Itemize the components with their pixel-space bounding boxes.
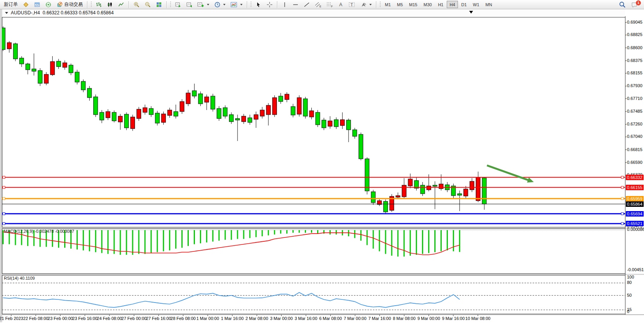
timeframe-m30-button[interactable]: M30 bbox=[421, 1, 434, 8]
chevron-down-icon bbox=[240, 4, 243, 5]
clock-icon bbox=[214, 2, 220, 8]
candle-body bbox=[44, 74, 48, 83]
candle-body bbox=[50, 62, 55, 75]
candle-body bbox=[217, 108, 221, 119]
timeframe-w1-button[interactable]: W1 bbox=[470, 1, 482, 8]
text-label-icon: T bbox=[348, 2, 355, 8]
line-chart-button[interactable] bbox=[116, 0, 126, 9]
new-order-label: 新订单 bbox=[4, 1, 18, 8]
candle-body bbox=[7, 43, 11, 49]
candle-body bbox=[69, 65, 73, 73]
hline-handle[interactable] bbox=[621, 198, 624, 200]
cursor-button[interactable] bbox=[253, 0, 264, 9]
arrange-windows-button[interactable] bbox=[184, 0, 195, 9]
new-order-button[interactable]: 新订单 bbox=[2, 0, 20, 9]
new-chart-button[interactable] bbox=[195, 0, 212, 9]
chart-shift-marker-icon[interactable] bbox=[469, 11, 473, 14]
timeframe-mn-button[interactable]: MN bbox=[483, 1, 495, 8]
equidistant-channel-button[interactable]: E bbox=[313, 0, 324, 9]
arrange-charts-button[interactable] bbox=[173, 0, 183, 9]
tile-windows-button[interactable] bbox=[154, 0, 164, 9]
hline-handle[interactable] bbox=[3, 186, 5, 189]
chart-window-button[interactable] bbox=[32, 0, 43, 9]
candle-body bbox=[180, 101, 184, 112]
fibonacci-button[interactable]: F bbox=[324, 0, 335, 9]
candle-body bbox=[303, 99, 307, 116]
svg-text:F: F bbox=[331, 5, 333, 8]
candle-body bbox=[266, 105, 270, 115]
candle-body bbox=[211, 96, 215, 109]
template-icon bbox=[231, 2, 237, 8]
cursor-icon bbox=[255, 2, 261, 8]
candle-body bbox=[334, 120, 338, 127]
arrange-windows-icon bbox=[186, 2, 192, 8]
candle-body bbox=[32, 69, 36, 71]
chart-canvas[interactable] bbox=[0, 0, 644, 325]
zoom-out-icon bbox=[145, 2, 151, 8]
hline-handle[interactable] bbox=[621, 213, 624, 215]
trendline-button[interactable] bbox=[301, 0, 312, 9]
template-dropdown-button[interactable] bbox=[228, 0, 245, 9]
candle-body bbox=[365, 159, 369, 191]
signal-button[interactable] bbox=[43, 0, 54, 9]
toolbar-separator bbox=[376, 1, 377, 8]
vertical-line-button[interactable] bbox=[280, 0, 290, 9]
timeframe-h4-button[interactable]: H4 bbox=[447, 1, 458, 8]
chart-menu-icon[interactable] bbox=[5, 12, 8, 14]
toolbar-grip bbox=[170, 2, 171, 8]
candle-body bbox=[174, 112, 178, 116]
notifications-button[interactable]: 1 bbox=[629, 0, 640, 9]
candle-body bbox=[420, 185, 425, 194]
autotrade-button[interactable]: 自动交易 bbox=[54, 0, 85, 9]
hline-handle[interactable] bbox=[3, 176, 5, 179]
mt4-terminal-window: { "toolbar": { "new_order": "新订单", "auto… bbox=[0, 0, 644, 325]
gold-cube-button[interactable] bbox=[20, 0, 31, 9]
text-icon: A bbox=[338, 2, 343, 8]
hline-handle[interactable] bbox=[621, 222, 624, 225]
text-button[interactable]: A bbox=[336, 0, 346, 9]
timeframe-m5-button[interactable]: M5 bbox=[394, 1, 405, 8]
hline-handle[interactable] bbox=[621, 186, 624, 189]
crosshair-button[interactable] bbox=[264, 0, 275, 9]
period-dropdown-button[interactable] bbox=[212, 0, 228, 9]
candle-body bbox=[291, 107, 295, 115]
horizontal-line-button[interactable] bbox=[290, 0, 301, 9]
hline-handle[interactable] bbox=[3, 222, 5, 225]
arrows-dropdown-button[interactable] bbox=[358, 0, 374, 9]
zoom-out-button[interactable] bbox=[142, 0, 153, 9]
timeframe-toolbar: M1M5M15M30H1H4D1W1MN bbox=[382, 1, 495, 8]
svg-text:A: A bbox=[339, 2, 342, 7]
candlestick-chart-button[interactable] bbox=[104, 0, 115, 9]
panel-separator[interactable] bbox=[0, 228, 644, 229]
toolbar-separator bbox=[128, 1, 129, 8]
toolbar-grip bbox=[251, 2, 251, 8]
candle-body bbox=[272, 98, 277, 115]
candle-body bbox=[106, 112, 110, 118]
candle-body bbox=[396, 196, 400, 197]
svg-text:T: T bbox=[350, 2, 353, 7]
gold-cube-icon bbox=[23, 2, 29, 8]
vertical-line-icon bbox=[282, 2, 287, 8]
zoom-in-button[interactable] bbox=[131, 0, 142, 9]
panel-separator[interactable] bbox=[0, 274, 644, 275]
timeframe-d1-button[interactable]: D1 bbox=[459, 1, 470, 8]
toolbar-separator bbox=[247, 1, 248, 8]
notification-badge: 1 bbox=[636, 0, 641, 5]
hline-handle[interactable] bbox=[621, 176, 624, 179]
candle-body bbox=[482, 178, 487, 204]
candle-body bbox=[285, 94, 289, 100]
bar-chart-button[interactable] bbox=[93, 0, 104, 9]
candle-body bbox=[167, 110, 172, 115]
timeframe-h1-button[interactable]: H1 bbox=[435, 1, 446, 8]
candle-body bbox=[359, 134, 363, 159]
autotrade-icon bbox=[56, 2, 63, 8]
hline-handle[interactable] bbox=[3, 213, 5, 215]
candle-body bbox=[26, 64, 30, 70]
text-label-button[interactable]: T bbox=[346, 0, 358, 9]
candlestick-chart-icon bbox=[107, 2, 113, 8]
search-button[interactable] bbox=[617, 0, 628, 9]
hline-handle[interactable] bbox=[3, 198, 5, 200]
timeframe-m15-button[interactable]: M15 bbox=[407, 1, 420, 8]
timeframe-m1-button[interactable]: M1 bbox=[382, 1, 393, 8]
candle-body bbox=[198, 94, 203, 104]
